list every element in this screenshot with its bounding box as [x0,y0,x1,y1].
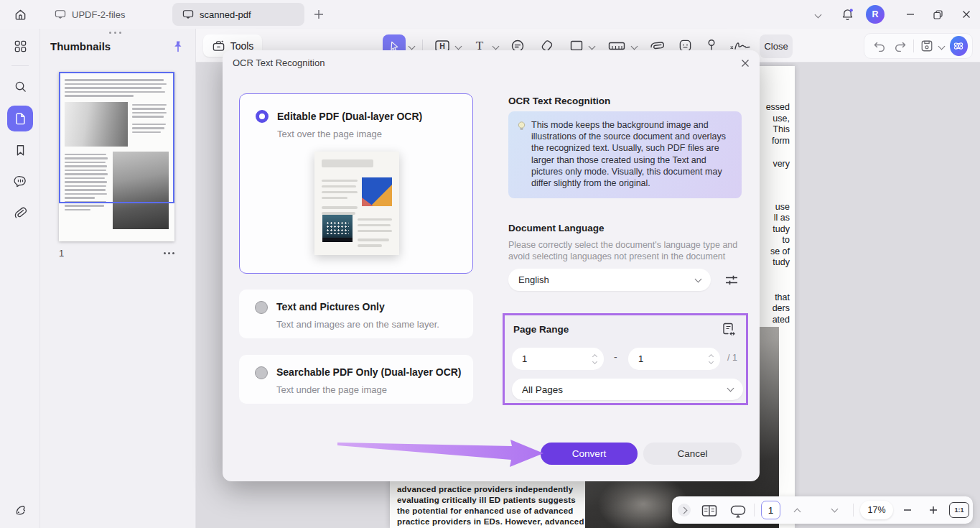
page-from-input[interactable] [512,353,569,364]
save-icon [920,40,933,52]
ai-assistant-button[interactable] [950,36,968,56]
page-number-field[interactable] [761,501,780,519]
range-mode-select[interactable]: All Pages [512,379,743,400]
tab-updf-2-files[interactable]: UPDF-2-files [45,3,135,26]
illustration-image-2 [322,215,353,242]
page-range-preset-button[interactable] [720,320,737,338]
actual-size-button[interactable]: 1:1 [949,502,969,518]
next-page-button[interactable] [827,504,841,514]
radio-editable-pdf[interactable] [256,110,269,123]
option-text-pictures-only[interactable]: Text and Pictures Only Text and images a… [239,290,473,338]
history-save-cluster [864,33,973,59]
option-searchable-pdf[interactable]: Searchable PDF Only (Dual-layer OCR) Tex… [239,355,473,404]
radio-text-pictures[interactable] [255,301,268,314]
pen-tools-button[interactable] [7,497,33,523]
info-text: This mode keeps the background image and… [531,120,726,188]
apps-grid-icon [14,40,27,53]
page-to-field[interactable] [628,348,720,370]
restore-button[interactable] [929,7,946,22]
panel-drag-handle[interactable] [109,32,121,34]
tab-document-icon [55,9,66,19]
page-from-field[interactable] [512,348,604,370]
thumb-photo-2 [113,152,169,229]
pin-icon[interactable] [172,40,184,52]
range-mode-value: All Pages [512,384,563,395]
titlebar: UPDF-2-files scanned-pdf R [0,0,980,29]
option-description: Text and images are on the same layer. [276,319,439,330]
comment-icon [14,175,27,188]
notifications-button[interactable] [839,6,856,23]
tab-scanned-pdf[interactable]: scanned-pdf [172,3,304,26]
close-icon [740,58,750,68]
redo-button[interactable] [890,35,910,57]
comments-button[interactable] [7,168,33,194]
measure-dropdown[interactable] [632,44,637,49]
collapse-statusbar-button[interactable] [678,504,691,517]
rectangle-icon [570,40,583,51]
page-thumbnail-1[interactable] [59,72,174,241]
dialog-close-button[interactable] [738,56,752,70]
highlighter-dropdown[interactable] [456,44,461,49]
undo-button[interactable] [869,35,890,57]
chevron-down-icon [695,275,702,282]
page-range-heading: Page Range [513,324,569,335]
chevron-down-icon [727,385,734,392]
ocr-dialog: OCR Text Recognition Editable PDF (Dual-… [223,50,760,481]
convert-button[interactable]: Convert [541,443,638,465]
thumbnail-more-button[interactable] [164,252,174,254]
new-tab-button[interactable] [312,7,326,22]
option-label: Editable PDF (Dual-layer OCR) [277,111,422,122]
save-dropdown[interactable] [936,35,947,57]
page-total: / 1 [727,353,737,363]
toolbox-icon [212,40,225,52]
titlebar-expand-button[interactable] [811,9,824,20]
cancel-label: Cancel [677,448,707,459]
previous-page-button[interactable] [790,505,804,515]
minimize-button[interactable] [902,7,919,22]
page-view-button[interactable] [699,503,719,519]
language-value: English [508,274,549,285]
home-button[interactable] [10,4,30,24]
bookmarks-button[interactable] [7,137,33,163]
pdf-page-paragraph: advanced practice providers independentl… [397,484,577,527]
shape-dropdown[interactable] [589,44,594,49]
language-options-button[interactable] [723,272,740,289]
close-tools-button[interactable]: Close [760,34,793,58]
ai-atom-icon [952,40,965,52]
apps-menu-button[interactable] [7,33,33,59]
pen-palette-icon [14,504,27,517]
language-heading: Document Language [508,223,605,233]
plus-icon [928,505,938,515]
minimize-icon [905,9,915,19]
presentation-button[interactable] [728,503,748,519]
zoom-out-button[interactable] [899,503,916,517]
language-hint: Please correctly select the document's l… [508,239,739,262]
radio-searchable-pdf[interactable] [255,366,268,379]
range-separator: - [614,351,617,363]
bookmark-icon [14,144,27,157]
select-tool-dropdown[interactable] [409,44,414,49]
avatar-initial: R [866,5,885,24]
search-button[interactable] [7,73,33,99]
thumbnails-panel-button[interactable] [7,106,33,131]
left-rail [0,29,40,528]
text-tool-dropdown[interactable] [493,44,498,49]
zoom-level[interactable]: 17% [860,501,893,519]
zoom-in-button[interactable] [925,503,942,517]
page-from-stepper[interactable] [593,355,597,363]
attachments-button[interactable] [7,200,33,226]
page-number-input[interactable] [762,501,780,519]
filter-sliders-icon [724,274,739,287]
option-editable-pdf[interactable]: Editable PDF (Dual-layer OCR) Text over … [239,93,473,274]
save-button[interactable] [917,35,936,57]
tab-document-icon [182,9,194,19]
close-window-button[interactable] [958,7,975,22]
page-to-stepper[interactable] [709,355,713,363]
cancel-button[interactable]: Cancel [643,443,742,465]
presenter-icon [730,504,746,518]
page-to-input[interactable] [628,353,686,364]
language-select[interactable]: English [508,269,711,291]
restore-icon [933,9,943,20]
account-avatar[interactable]: R [866,5,885,24]
illustration-image-1 [362,177,392,206]
